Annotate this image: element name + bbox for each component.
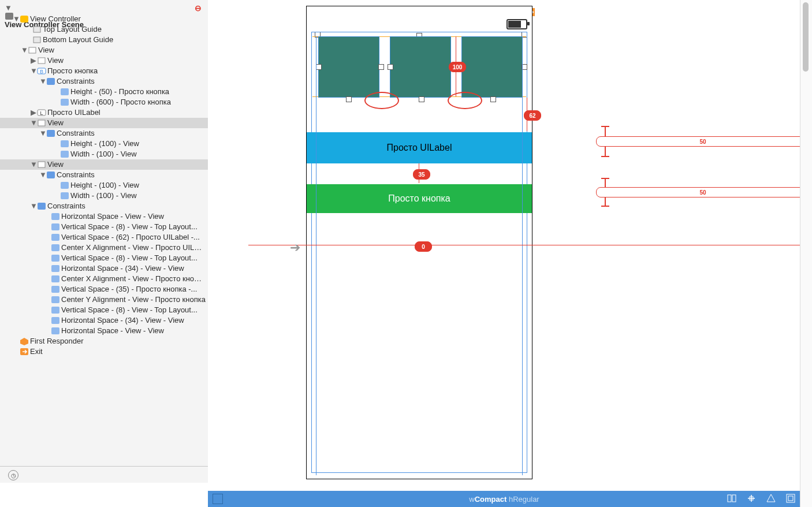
outline-row[interactable]: Width - (100) - View <box>0 149 208 159</box>
outline-row[interactable]: Top Layout Guide <box>0 24 208 35</box>
disclosure-triangle-icon[interactable]: ▼ <box>39 76 46 87</box>
outline-row[interactable]: Center X Alignment - View - Просто UILab… <box>0 243 208 253</box>
outline-row[interactable]: ▼View <box>0 45 208 55</box>
disclosure-triangle-icon[interactable]: ▼ <box>30 201 37 211</box>
constraint-badge-50b[interactable]: 50 <box>596 187 800 197</box>
disclosure-triangle-icon[interactable]: ▼ <box>21 45 28 55</box>
constraint-badge-35[interactable]: 35 <box>413 169 430 180</box>
badge-text: 50 <box>699 139 706 145</box>
outline-row[interactable]: Width - (600) - Просто кнопка <box>0 97 208 107</box>
vc-icon <box>20 15 29 23</box>
cube-icon <box>20 337 29 345</box>
outline-row[interactable]: ▼Constraints <box>0 201 208 211</box>
badge-text: 100 <box>453 64 463 70</box>
svg-marker-42 <box>767 494 775 502</box>
uibutton-bar[interactable]: Просто кнопка <box>307 184 532 213</box>
outline-row-label: Constraints <box>47 202 85 210</box>
constraint-line <box>316 36 316 475</box>
outline-row-label: Height - (50) - Просто кнопка <box>70 87 169 96</box>
outline-row[interactable]: First Responder <box>0 336 208 346</box>
constraint-badge-0[interactable]: 0 <box>415 241 432 252</box>
outline-row[interactable]: Vertical Space - (8) - View - Top Layout… <box>0 305 208 315</box>
svg-rect-4 <box>29 47 36 53</box>
outline-row[interactable]: ▼Constraints <box>0 128 208 139</box>
outline-row[interactable]: Height - (100) - View <box>0 139 208 149</box>
cval-icon <box>51 213 60 221</box>
resizing-icon[interactable] <box>785 493 796 504</box>
selection-handle[interactable] <box>316 64 322 70</box>
outline-row[interactable]: Bottom Layout Guide <box>0 35 208 45</box>
disclosure-triangle-icon[interactable]: ▼ <box>30 159 37 170</box>
selection-handle[interactable] <box>490 96 496 102</box>
outline-row[interactable]: Width - (100) - View <box>0 191 208 201</box>
subview-box-3[interactable] <box>461 36 523 98</box>
selection-handle[interactable] <box>388 64 393 70</box>
outline-row-label: Center X Alignment - View - Просто кнопк… <box>61 274 206 283</box>
outline-row[interactable]: Horizontal Space - View - View <box>0 211 208 222</box>
disclosure-triangle-icon[interactable]: ▼ <box>30 118 37 128</box>
outline-row[interactable]: ▼BПросто кнопка <box>0 66 208 76</box>
ib-canvas[interactable]: 100 62 Просто UILabel 35 Просто кнопка ➔… <box>208 0 800 483</box>
filter-recent-icon[interactable]: ◷ <box>8 470 18 480</box>
outline-row[interactable]: Center Y Alignment - View - Просто кнопк… <box>0 294 208 305</box>
disclosure-triangle-icon[interactable]: ▼ <box>39 170 46 180</box>
outline-row[interactable]: Center X Alignment - View - Просто кнопк… <box>0 274 208 284</box>
disclosure-triangle-icon[interactable]: ▼ <box>5 3 12 12</box>
outline-row[interactable]: Exit <box>0 346 208 357</box>
disclosure-triangle-icon[interactable]: ▼ <box>13 14 20 24</box>
constraint-badge-50a[interactable]: 50 <box>596 136 800 147</box>
constraint-badge-100[interactable]: 100 <box>449 62 466 72</box>
scroll-thumb[interactable] <box>803 2 809 72</box>
outline-row[interactable]: Vertical Space - (35) - Просто кнопка -.… <box>0 284 208 294</box>
subview-box-2[interactable] <box>390 36 451 98</box>
outline-row-label: View <box>47 56 64 65</box>
svg-rect-32 <box>51 317 59 324</box>
outline-row[interactable]: ▼View <box>0 118 208 128</box>
cval-icon <box>51 275 60 283</box>
pin-icon[interactable] <box>746 493 757 504</box>
resolve-issues-icon[interactable] <box>766 493 776 504</box>
outline-row-label: Top Layout Guide <box>43 25 102 33</box>
uilabel-bar[interactable]: Просто UILabel <box>307 132 532 163</box>
cval-icon <box>51 306 60 314</box>
svg-rect-27 <box>51 265 59 272</box>
outline-row-label: View <box>38 46 54 54</box>
disclosure-triangle-icon[interactable]: ▶ <box>30 107 37 118</box>
outline-row[interactable]: ▶LПросто UILabel <box>0 107 208 118</box>
svg-rect-5 <box>38 58 45 64</box>
scene-stop-icon[interactable]: ⊖ <box>194 3 202 12</box>
outline-row[interactable]: Horizontal Space - (34) - View - View <box>0 315 208 326</box>
size-class-label[interactable]: wCompact hRegular <box>469 495 539 504</box>
outline-row[interactable]: ▼Constraints <box>0 76 208 87</box>
outline-row[interactable]: Horizontal Space - (34) - View - View <box>0 263 208 274</box>
svg-rect-1 <box>20 16 28 23</box>
disclosure-triangle-icon[interactable]: ▶ <box>30 55 37 66</box>
badge-text: 0 <box>422 244 425 250</box>
subview-box-1[interactable] <box>318 36 379 98</box>
outline-row[interactable]: Horizontal Space - View - View <box>0 326 208 336</box>
constraint-badge-62[interactable]: 62 <box>524 110 541 121</box>
disclosure-triangle-icon[interactable]: ▼ <box>39 128 46 139</box>
outline-row[interactable]: Vertical Space - (62) - Просто UILabel -… <box>0 232 208 243</box>
outline-row[interactable]: ▼View <box>0 159 208 170</box>
outline-row[interactable]: Vertical Space - (8) - View - Top Layout… <box>0 253 208 263</box>
selection-handle[interactable] <box>346 96 352 102</box>
outline-row[interactable]: Height - (100) - View <box>0 180 208 191</box>
outline-row-label: Vertical Space - (62) - Просто UILabel -… <box>61 233 200 241</box>
w-value: Compact <box>475 495 507 504</box>
vertical-scrollbar[interactable] <box>800 0 812 507</box>
size-class-bar[interactable]: wCompact hRegular <box>208 491 800 507</box>
disclosure-triangle-icon[interactable]: ▼ <box>30 66 37 76</box>
svg-rect-25 <box>51 244 59 251</box>
highlight-circle <box>448 92 482 109</box>
outline-row-label: Просто UILabel <box>47 108 100 117</box>
outline-row[interactable]: Height - (50) - Просто кнопка <box>0 87 208 97</box>
outline-row[interactable]: ▶View <box>0 55 208 66</box>
align-icon[interactable] <box>727 493 737 504</box>
outline-row[interactable]: ▼View Controller <box>0 14 208 24</box>
selection-handle[interactable] <box>378 64 384 70</box>
doc-outline-toggle-icon[interactable] <box>213 494 223 504</box>
selection-handle[interactable] <box>419 96 424 102</box>
outline-row[interactable]: Vertical Space - (8) - View - Top Layout… <box>0 222 208 232</box>
outline-row[interactable]: ▼Constraints <box>0 170 208 180</box>
